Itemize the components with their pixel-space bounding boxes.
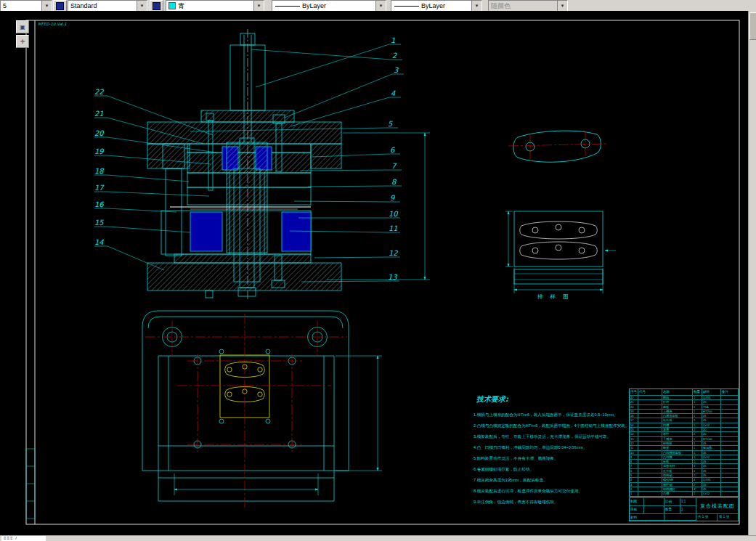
lineweight-sample <box>394 6 419 7</box>
bom-header-row: 序号代号名称数量材料备注 <box>630 389 739 395</box>
tech-req-item: 3.模架装配后，导柱、导套上下移动灵活，无卡滞现象，保证运动平稳可靠。 <box>473 431 648 442</box>
callout-label: 14 <box>94 238 104 246</box>
callout-label: 19 <box>94 147 104 155</box>
sheets-total: 共 1 张 <box>696 514 718 521</box>
drawn-name <box>644 498 664 506</box>
bom-row: 1凸模1Cr12 <box>630 491 739 495</box>
callout-label: 7 <box>391 162 396 170</box>
plot-style-combo[interactable]: 随颜色 ▼ <box>488 0 568 12</box>
chevron-down-icon[interactable]: ▼ <box>375 1 386 11</box>
section-view <box>147 29 341 299</box>
tech-req-item: 9.未注倒角，锐边倒钝，表面不得有磕碰伤痕。 <box>473 497 648 508</box>
material-label: 材料 <box>630 514 664 521</box>
tech-req-item: 1.模柄与上模座的配合为H7/m6，装入后端面磨平，保证垂直度误差0.5~10m… <box>473 410 648 420</box>
callout-label: 10 <box>389 210 398 218</box>
chevron-down-icon[interactable]: ▼ <box>137 1 147 11</box>
callout-label: 18 <box>94 167 104 175</box>
bom-header-cell: 数量 <box>693 389 702 395</box>
status-bar: ≡≡≡ / <box>0 535 756 541</box>
dim-style-value: 5 <box>1 2 7 9</box>
checked-name <box>644 506 664 514</box>
qty-label: 数量 <box>664 506 680 514</box>
properties-toolbar: 5 ▼ Standard ▼ 青 ▼ ByLayer ▼ ByLayer ▼ <box>0 0 756 12</box>
callout-label: 3 <box>394 66 398 74</box>
qty-value: 1 <box>680 506 696 514</box>
tech-req-title: 技术要求: <box>476 394 648 404</box>
callout-label: 17 <box>94 184 104 192</box>
strip-layout-label: 排 样 图 <box>537 293 572 301</box>
chevron-down-icon[interactable]: ▼ <box>471 1 481 11</box>
title-block: 制图 比例 1:1 审核 数量 1 材料 复合模装配图 共 1 张 第 1 张 <box>629 497 739 521</box>
lineweight-combo[interactable]: ByLayer ▼ <box>391 0 482 12</box>
callout-label: 13 <box>388 273 397 281</box>
chevron-down-icon[interactable]: ▼ <box>41 1 52 11</box>
dim-style-combo[interactable]: 5 ▼ <box>0 0 52 12</box>
callout-label: 16 <box>94 200 104 208</box>
technical-requirements: 技术要求: 1.模柄与上模座的配合为H7/m6，装入后端面磨平，保证垂直度误差0… <box>473 394 648 508</box>
bom-header-cell: 代号 <box>638 389 662 395</box>
bom-header-cell: 名称 <box>662 389 693 395</box>
color-combo[interactable]: 青 ▼ <box>166 0 264 12</box>
bom-cell <box>638 491 662 495</box>
callout-label: 11 <box>389 224 398 232</box>
material-value <box>664 514 696 521</box>
callout-label: 4 <box>391 89 395 97</box>
chevron-down-icon[interactable]: ▼ <box>253 1 264 11</box>
callout-label: 6 <box>390 146 394 154</box>
linetype-value: ByLayer <box>300 2 326 9</box>
bom-cell: 1 <box>630 491 638 495</box>
tech-req-item: 7.模具闭合高度为195mm，装配后检查。 <box>473 475 648 486</box>
callout-label: 22 <box>94 88 104 96</box>
bom-header-cell: 序号 <box>630 389 638 395</box>
lineweight-value: ByLayer <box>419 2 445 9</box>
color-value: 青 <box>176 1 184 11</box>
scale-label: 比例 <box>664 498 680 506</box>
link-part-view <box>513 131 601 162</box>
style-icon <box>56 2 64 10</box>
docked-toolbar-button[interactable]: ✛ <box>16 35 29 48</box>
drawing-canvas[interactable]: ▣ ✛ MFED-10.Val.1 1 2 3 4 5 6 7 8 9 10 1… <box>0 11 749 535</box>
sheet-note: MFED-10.Val.1 <box>38 22 67 26</box>
tech-req-item: 2.凸模与凸模固定板的配合为H7/m6，装配后磨平端面，4个圆柱销与上模座配作安… <box>473 420 648 431</box>
sheet-number: 第 1 张 <box>718 514 739 521</box>
toolbar-button[interactable] <box>53 0 67 12</box>
layers-icon <box>153 2 160 10</box>
scrollbar-thumb[interactable] <box>749 12 756 40</box>
plan-view <box>142 311 349 501</box>
tech-req-item: 8.模具装配后进行试冲，检查冲件质量合格后方可交付使用。 <box>473 486 648 497</box>
bom-table: 序号代号名称数量材料备注 22模柄1Q23521打杆14520垫板1T8A19上… <box>629 389 739 497</box>
bom-cell <box>721 491 739 495</box>
sheet-count: 共 1 张 第 1 张 <box>696 514 739 521</box>
callout-label: 8 <box>391 178 396 186</box>
text-style-combo[interactable]: Standard ▼ <box>68 0 147 12</box>
tech-req-item: 6.各紧固螺钉须拧紧，防止松动。 <box>473 464 648 475</box>
bom-cell: 1 <box>693 491 702 495</box>
drawn-label: 制图 <box>630 498 644 506</box>
callout-label: 15 <box>94 219 104 227</box>
strip-layout-view <box>514 211 603 284</box>
callout-label: 20 <box>94 129 104 137</box>
bom-header-cell: 备注 <box>721 389 739 395</box>
color-swatch <box>168 2 176 9</box>
bom-cell: Cr12 <box>702 491 721 495</box>
scale-value: 1:1 <box>680 498 696 506</box>
tech-req-item: 5.卸料装置动作灵活，不得有卡滞、翘曲现象。 <box>473 453 648 464</box>
bom-cell: 凸模 <box>662 491 693 495</box>
linetype-sample <box>275 6 300 7</box>
bom-header-cell: 材料 <box>702 389 721 395</box>
callout-label: 9 <box>390 194 394 202</box>
chevron-down-icon[interactable]: ▼ <box>557 1 567 11</box>
tech-req-item: 4.凸、凹模刃口锋利，冲裁间隙均匀，单边间隙0.04~0.06mm。 <box>473 442 648 453</box>
margin-marks <box>26 449 35 518</box>
vertical-scrollbar[interactable] <box>748 11 756 535</box>
text-style-value: Standard <box>68 2 97 9</box>
model-layout-tabs[interactable]: ≡≡≡ / <box>1 536 46 541</box>
linetype-combo[interactable]: ByLayer ▼ <box>272 0 386 12</box>
bom-rows: 22模柄1Q23521打杆14520垫板1T8A19上模座1HT20018凸模固… <box>630 395 739 496</box>
callout-label: 21 <box>94 110 104 118</box>
app-window: 5 ▼ Standard ▼ 青 ▼ ByLayer ▼ ByLayer ▼ <box>0 0 756 541</box>
docked-toolbar-button[interactable]: ▣ <box>16 20 29 33</box>
callout-label: 12 <box>389 249 398 257</box>
callout-label: 1 <box>391 36 395 44</box>
toolbar-button[interactable] <box>150 0 163 12</box>
